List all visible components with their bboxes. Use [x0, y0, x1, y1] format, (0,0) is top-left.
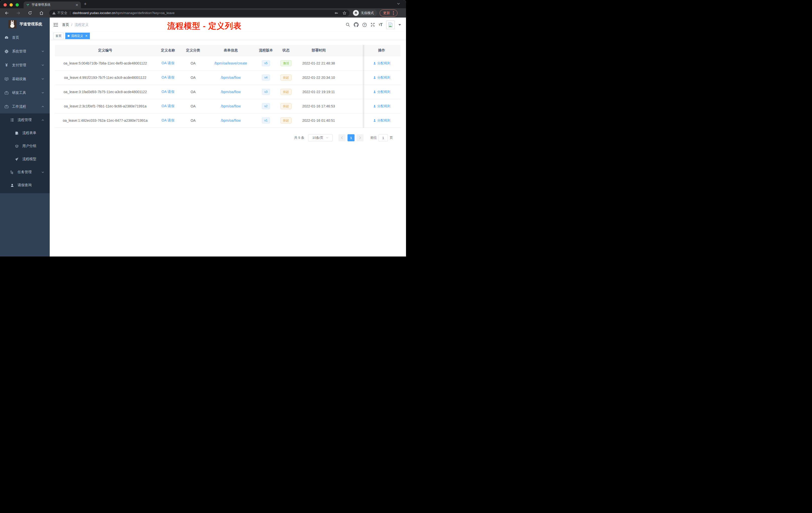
forward-icon[interactable] — [14, 9, 23, 17]
assign-rule-button[interactable]: 分配规则 — [373, 61, 390, 65]
new-tab-button[interactable]: + — [84, 1, 87, 7]
definition-name-link[interactable]: OA 请假 — [162, 75, 174, 79]
tag-process-definition[interactable]: 流程定义 ✕ — [65, 33, 90, 39]
deploy-time: 2022-01-22 21:48:38 — [296, 61, 341, 65]
bookmark-star-icon[interactable] — [343, 11, 347, 15]
minimize-window-button[interactable] — [9, 3, 13, 6]
next-page-button[interactable] — [356, 134, 364, 141]
annotation-title: 流程模型 - 定义列表 — [167, 21, 241, 32]
form-link[interactable]: /bpm/oa/flow — [221, 104, 240, 108]
assign-rule-button[interactable]: 分配规则 — [373, 75, 390, 80]
table-row: oa_leave:4:991f2193-7b7f-11ec-a3c8-acde4… — [55, 70, 401, 85]
user-icon — [373, 76, 376, 79]
avatar-dropdown-caret-icon[interactable] — [399, 24, 401, 26]
definition-name-link[interactable]: OA 请假 — [162, 118, 174, 122]
browser-tab[interactable]: 芋道管理系统 ✕ — [24, 1, 81, 8]
sidebar-item-infrastructure[interactable]: 基础设施 — [0, 72, 50, 86]
back-icon[interactable] — [2, 9, 11, 17]
zoom-window-button[interactable] — [16, 3, 19, 6]
browser-menu-dots-icon[interactable] — [393, 11, 394, 15]
sidebar-item-home[interactable]: 首页 — [0, 31, 50, 44]
form-link[interactable]: /bpm/oa/flow — [221, 90, 240, 94]
assign-rule-button[interactable]: 分配规则 — [373, 90, 390, 94]
pagination-total: 共 5 条 — [294, 135, 304, 140]
monitor-icon — [4, 77, 8, 81]
sidebar-item-workflow[interactable]: 工作流程 — [0, 100, 50, 114]
search-icon[interactable] — [346, 23, 350, 27]
column-header: 表单信息 — [206, 48, 256, 53]
sidebar-item-system[interactable]: 系统管理 — [0, 44, 50, 58]
form-link[interactable]: /bpm/oa/leave/create — [214, 61, 247, 65]
table-row: oa_leave:5:004b710b-7b8a-11ec-8ef0-acde4… — [55, 56, 401, 70]
tag-label: 流程定义 — [71, 34, 83, 38]
tab-close-icon[interactable]: ✕ — [75, 3, 78, 7]
prev-page-button[interactable] — [339, 134, 346, 141]
sidebar-item-process-form[interactable]: 流程表单 — [0, 126, 50, 140]
sidebar-item-devtools[interactable]: 研发工具 — [0, 86, 50, 100]
breadcrumb-current: 流程定义 — [75, 23, 89, 27]
definition-name-link[interactable]: OA 请假 — [162, 90, 174, 94]
form-link[interactable]: /bpm/oa/flow — [221, 76, 240, 80]
sidebar-item-process-management[interactable]: 流程管理 — [0, 114, 50, 126]
not-secure-warning-icon[interactable] — [52, 11, 56, 15]
reload-icon[interactable] — [26, 9, 34, 17]
status-badge: 挂起 — [281, 74, 291, 81]
column-header: 定义编号 — [55, 48, 155, 53]
tags-view-bar: 首页 流程定义 ✕ — [50, 32, 406, 40]
url-bar[interactable]: 不安全 dashboard.yudao.iocoder.cn/bpm/manag… — [49, 10, 349, 16]
user-icon — [373, 105, 376, 108]
close-window-button[interactable] — [3, 3, 7, 6]
table-row: oa_leave:3:1fad3d93-7b75-11ec-a3c8-acde4… — [55, 85, 401, 99]
macos-traffic-lights — [3, 3, 19, 6]
avatar-broken-image[interactable] — [386, 21, 395, 29]
goto-page-input[interactable] — [378, 134, 388, 141]
password-key-icon[interactable] — [335, 11, 339, 15]
definition-id: oa_leave:2:3c1f0ef1-76b1-11ec-9c66-a2380… — [55, 104, 155, 108]
sidebar-item-label: 首页 — [12, 35, 19, 40]
sidebar-item-leave-query[interactable]: 请假查询 — [0, 179, 50, 192]
browser-toolbar: 不安全 dashboard.yudao.iocoder.cn/bpm/manag… — [0, 8, 406, 18]
definition-id: oa_leave:3:1fad3d93-7b75-11ec-a3c8-acde4… — [55, 90, 155, 94]
form-link[interactable]: /bpm/oa/flow — [221, 118, 240, 122]
active-tag-dot — [67, 35, 69, 37]
deploy-time: 2022-01-22 19:19:11 — [296, 90, 341, 94]
font-size-icon[interactable]: TT — [379, 22, 382, 27]
definition-category: OA — [180, 104, 206, 108]
chevron-down-icon — [41, 64, 44, 66]
tab-search-chevron-icon[interactable] — [397, 3, 400, 5]
sidebar-fold-icon[interactable] — [54, 23, 58, 27]
chrome-update-button[interactable]: 更新 — [380, 9, 398, 17]
column-header: 流程版本 — [256, 48, 276, 53]
chevron-down-icon — [41, 51, 44, 52]
chevron-up-icon — [41, 119, 44, 121]
home-icon[interactable] — [37, 9, 46, 17]
breadcrumb-home[interactable]: 首页 — [62, 23, 69, 27]
help-icon[interactable]: ? — [362, 23, 367, 27]
page-size-select[interactable]: 10条/页 — [308, 134, 333, 141]
assign-rule-button[interactable]: 分配规则 — [373, 104, 390, 109]
definition-name-link[interactable]: OA 请假 — [162, 61, 174, 65]
fullscreen-icon[interactable] — [371, 23, 375, 27]
user-icon — [373, 90, 376, 93]
definition-name-link[interactable]: OA 请假 — [162, 104, 174, 108]
github-icon[interactable] — [354, 22, 358, 27]
svg-text:?: ? — [364, 23, 365, 26]
sidebar-item-user-groups[interactable]: 用户分组 — [0, 140, 50, 153]
briefcase-icon — [4, 91, 8, 95]
current-page-button[interactable]: 1 — [348, 134, 354, 141]
chevron-down-icon — [41, 78, 44, 80]
url-host: dashboard.yudao.iocoder.cn — [73, 11, 116, 15]
sidebar-item-process-model[interactable]: 流程模型 — [0, 153, 50, 165]
security-label[interactable]: 不安全 — [57, 11, 67, 15]
sidebar-item-task-management[interactable]: 任务管理 — [0, 165, 50, 179]
column-header: 定义名称 — [155, 48, 180, 53]
version-badge: v4 — [262, 74, 270, 81]
assign-rule-button[interactable]: 分配规则 — [373, 118, 390, 123]
tag-close-icon[interactable]: ✕ — [85, 34, 88, 38]
tag-home[interactable]: 首页 — [53, 33, 64, 39]
sidebar-item-label: 流程表单 — [22, 131, 36, 135]
sidebar-logo[interactable]: 芋道管理系统 — [0, 18, 50, 31]
table-row: oa_leave:1:482ec033-762a-11ec-8477-a2380… — [55, 114, 401, 128]
sidebar-item-payment[interactable]: ¥ 支付管理 — [0, 58, 50, 72]
app-title: 芋道管理系统 — [20, 22, 42, 27]
